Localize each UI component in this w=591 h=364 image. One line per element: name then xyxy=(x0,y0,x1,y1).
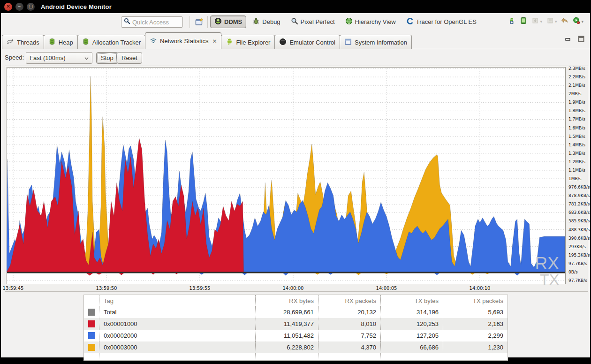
color-swatch xyxy=(88,320,95,327)
perspective-button-label: Pixel Perfect xyxy=(301,18,335,25)
x-axis-tick-label: 14:00:00 xyxy=(279,286,307,291)
perspective-button-debug[interactable]: Debug xyxy=(248,15,284,28)
chevron-down-icon[interactable]: ▾ xyxy=(540,19,542,24)
chevron-down-icon xyxy=(84,54,89,61)
y-axis-tick-label-tx: 97.7KB/s xyxy=(568,278,587,283)
ddms-icon xyxy=(214,17,222,26)
close-tab-icon[interactable]: ✕ xyxy=(212,38,217,45)
perspective-button-ddms[interactable]: DDMS xyxy=(210,15,246,28)
tag-color-swatch xyxy=(84,330,99,341)
y-axis-tick-label: 1.3MB/s xyxy=(568,151,585,156)
table-row-0x00002000[interactable]: 0x0000200011,051,4827,752127,2052,299 xyxy=(84,330,508,341)
toolbar-separator xyxy=(207,16,208,28)
perspective-button-label: Debug xyxy=(262,18,280,25)
y-axis-tick-label: 488.3KB/s xyxy=(568,228,590,232)
table-header-tag[interactable]: Tag xyxy=(99,295,256,306)
y-axis-tick-label: 781.2KB/s xyxy=(568,202,590,206)
maximize-view-icon[interactable] xyxy=(578,36,584,44)
color-swatch xyxy=(88,344,95,351)
chevron-down-icon[interactable]: ▾ xyxy=(555,19,557,24)
y-axis-tick-label: 2.2MB/s xyxy=(568,75,585,79)
back-arrow-button[interactable] xyxy=(561,17,568,26)
tab-allocation-tracker[interactable]: Allocation Tracker xyxy=(77,35,145,49)
heap-icon xyxy=(48,38,56,47)
window-maximize-button[interactable]: ▢ xyxy=(27,3,35,11)
update-heap-button[interactable]: ▾ xyxy=(546,17,557,26)
android-device-monitor-window: ✕ − ▢ Android Device Monitor Quick Acces… xyxy=(1,0,590,357)
tx-bytes-cell: 127,205 xyxy=(381,330,443,341)
perspective-button-hierarchy-view[interactable]: Hierarchy View xyxy=(341,15,400,28)
perspective-button-pixel-perfect[interactable]: Pixel Perfect xyxy=(287,15,339,28)
start-method-profiling-button[interactable]: ▾ xyxy=(573,17,583,26)
perspective-button-tracer-for-opengl-es[interactable]: Tracer for OpenGL ES xyxy=(402,15,481,28)
tag-color-swatch xyxy=(84,318,99,330)
y-axis-tick-label: 878.9KB/s xyxy=(568,193,590,198)
table-row-0x00003000[interactable]: 0x000030006,228,8024,37066,6861,230 xyxy=(84,341,508,353)
tab-label: Threads xyxy=(17,39,39,46)
dump-hprof-icon xyxy=(531,17,539,26)
tx-watermark: TX xyxy=(540,271,559,286)
android-pull-icon xyxy=(508,17,515,26)
table-header-tx-bytes[interactable]: TX bytes xyxy=(381,295,443,306)
table-header-rx-packets[interactable]: RX packets xyxy=(318,295,381,306)
dump-hprof-button[interactable]: ▾ xyxy=(531,17,542,26)
y-axis-tick-label: 1.7MB/s xyxy=(568,117,585,121)
tab-threads[interactable]: Threads xyxy=(2,35,44,49)
tx-bytes-cell: 66,686 xyxy=(381,341,443,353)
window-minimize-button[interactable]: − xyxy=(15,3,23,11)
main-toolbar: Quick Access DDMSDebugPixel PerfectHiera… xyxy=(1,13,590,31)
perspective-button-label: DDMS xyxy=(224,18,242,25)
tab-emulator-control[interactable]: Emulator Control xyxy=(274,35,340,49)
minimize-view-icon[interactable] xyxy=(565,36,571,44)
tx-bytes-cell: 120,253 xyxy=(381,318,443,330)
empty-cell xyxy=(381,353,443,360)
tag-cell: Total xyxy=(99,306,256,318)
tx-bytes-cell: 314,196 xyxy=(381,306,443,318)
quick-access-input[interactable]: Quick Access xyxy=(121,16,183,28)
y-axis-tick-label: 293KB/s xyxy=(568,244,586,249)
tab-heap[interactable]: Heap xyxy=(44,35,78,49)
empty-cell xyxy=(84,353,99,360)
y-axis-tick-label: 1.5MB/s xyxy=(568,134,585,139)
y-axis-tick-label: 2.3MB/s xyxy=(568,66,585,71)
rx-packets-cell: 8,010 xyxy=(318,318,381,330)
table-header-tx-packets[interactable]: TX packets xyxy=(443,295,508,306)
x-axis-tick-label: 14:00:10 xyxy=(466,286,494,291)
open-perspective-button[interactable] xyxy=(194,17,205,28)
window-close-button[interactable]: ✕ xyxy=(4,3,12,11)
open-perspective-icon xyxy=(195,21,204,28)
tab-file-explorer[interactable]: File Explorer xyxy=(221,35,275,49)
y-axis-tick-label: 585.9KB/s xyxy=(568,219,590,223)
tx-packets-cell: 2,163 xyxy=(443,318,508,330)
search-icon xyxy=(124,18,130,26)
y-axis-tick-label: 1.6MB/s xyxy=(568,126,585,130)
speed-select[interactable]: Fast (100ms) xyxy=(26,52,92,64)
rx-watermark: RX xyxy=(535,254,559,273)
y-axis-tick-label: 2.1MB/s xyxy=(568,83,585,88)
android-pull-button[interactable] xyxy=(508,17,515,26)
y-axis-tick-label: 0B/s xyxy=(568,270,578,274)
title-bar: ✕ − ▢ Android Device Monitor xyxy=(0,0,591,13)
empty-cell xyxy=(99,353,256,360)
table-header-rx-bytes[interactable]: RX bytes xyxy=(256,295,318,306)
y-axis-tick-label: 683.6KB/s xyxy=(568,210,590,215)
tab-system-information[interactable]: System Information xyxy=(340,35,412,49)
tag-color-swatch xyxy=(84,341,99,353)
network-traffic-chart: RXTX 2.3MB/s2.2MB/s2.1MB/s2MB/s1.9MB/s1.… xyxy=(5,66,588,292)
y-axis-tick-label: 1.9MB/s xyxy=(568,100,585,105)
tab-network-statistics[interactable]: Network Statistics✕ xyxy=(145,32,221,49)
perspective-button-label: Hierarchy View xyxy=(355,18,396,25)
quick-access-placeholder: Quick Access xyxy=(132,19,169,26)
screen-capture-button[interactable] xyxy=(520,17,527,26)
chevron-down-icon[interactable]: ▾ xyxy=(581,19,583,24)
tab-label: Emulator Control xyxy=(289,39,335,46)
table-row-total[interactable]: Total28,699,66120,132314,1965,693 xyxy=(84,306,508,318)
table-row-0x00001000[interactable]: 0x0000100011,419,3778,010120,2532,163 xyxy=(84,318,508,330)
reset-button[interactable]: Reset xyxy=(117,52,142,64)
y-axis-tick-label: 195.3KB/s xyxy=(568,253,590,258)
y-axis-tick-label: 976.6KB/s xyxy=(568,185,590,190)
tx-packets-cell: 2,299 xyxy=(443,330,508,341)
start-method-profiling-icon xyxy=(573,17,580,26)
pixel-perfect-icon xyxy=(291,17,298,26)
stop-button[interactable]: Stop xyxy=(96,52,118,64)
